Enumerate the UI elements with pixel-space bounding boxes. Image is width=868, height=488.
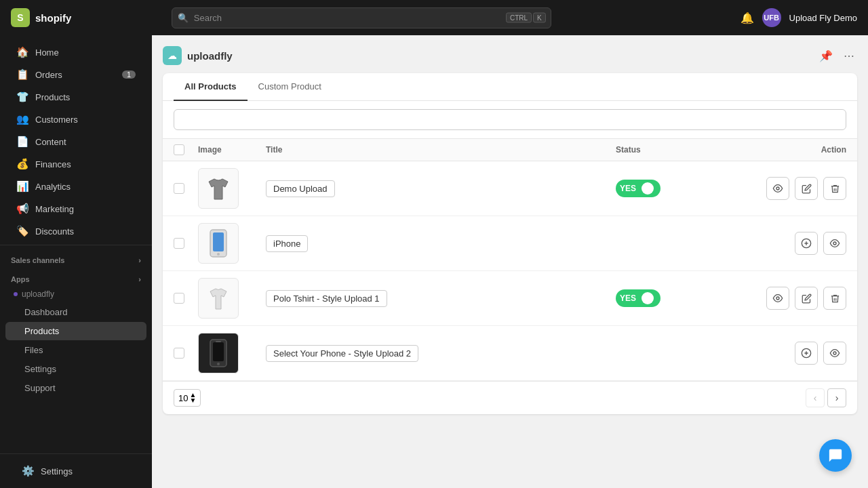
row1-delete-button[interactable]	[823, 177, 846, 200]
shopify-logo-text: shopify	[35, 12, 71, 24]
sidebar-label-discounts: Discounts	[35, 226, 74, 237]
row4-title-cell: Select Your Phone - Style Upload 2	[266, 345, 616, 362]
app-header: ☁ uploadfly 📌 ⋯	[163, 46, 857, 65]
sidebar-item-settings[interactable]: ⚙️ Settings	[11, 460, 141, 482]
table-row: iPhone	[163, 216, 857, 271]
row3-delete-button[interactable]	[823, 287, 846, 310]
row1-toggle-circle	[642, 182, 654, 195]
sidebar-item-home[interactable]: 🏠 Home	[5, 41, 146, 63]
row3-action-btns	[724, 287, 846, 310]
bell-icon[interactable]: 🔔	[741, 12, 754, 24]
svg-point-3	[217, 253, 220, 256]
table-row: Polo Tshirt - Style Upload 1 YES	[163, 271, 857, 326]
row1-checkbox[interactable]	[174, 183, 184, 194]
row2-action-cell	[724, 232, 846, 255]
row3-toggle-circle	[642, 292, 654, 304]
analytics-icon: 📊	[16, 180, 28, 192]
row4-checkbox-cell	[174, 348, 198, 359]
sidebar-item-dashboard[interactable]: Dashboard	[5, 303, 146, 321]
row1-toggle[interactable]: YES	[616, 180, 660, 197]
sidebar-item-customers[interactable]: 👥 Customers	[5, 108, 146, 130]
row1-title-badge: Demo Upload	[266, 180, 335, 197]
svg-point-11	[217, 363, 220, 365]
row3-toggle[interactable]: YES	[616, 289, 660, 307]
apps-section[interactable]: Apps ›	[0, 267, 152, 286]
content-icon: 📄	[16, 136, 28, 148]
per-page-value: 10	[178, 393, 188, 403]
row3-title-cell: Polo Tshirt - Style Upload 1	[266, 290, 616, 307]
col-action-header: Action	[724, 145, 846, 155]
row2-add-button[interactable]	[795, 232, 818, 255]
select-all-checkbox[interactable]	[174, 144, 184, 155]
search-input[interactable]	[172, 7, 551, 28]
sidebar-item-analytics[interactable]: 📊 Analytics	[5, 176, 146, 197]
topbar-right: 🔔 UFB Upload Fly Demo	[741, 8, 857, 27]
sidebar-label-marketing: Marketing	[35, 204, 74, 214]
products-card: All Products Custom Product Image Title …	[163, 73, 857, 414]
next-page-button[interactable]: ›	[827, 388, 846, 407]
row2-view-button[interactable]	[823, 232, 846, 255]
prev-page-button[interactable]: ‹	[806, 388, 825, 407]
row4-view-button[interactable]	[823, 342, 846, 365]
sidebar-item-files[interactable]: Files	[5, 341, 146, 359]
orders-icon: 📋	[16, 68, 28, 81]
row2-checkbox[interactable]	[174, 238, 184, 249]
per-page-select[interactable]: 10 ▲▼	[174, 389, 201, 407]
row1-thumbnail	[198, 168, 239, 209]
k-key: K	[533, 13, 546, 23]
per-page-selector: 10 ▲▼	[174, 389, 201, 407]
pin-button[interactable]: 📌	[816, 47, 835, 65]
more-button[interactable]: ⋯	[841, 47, 857, 65]
sidebar-item-content[interactable]: 📄 Content	[5, 131, 146, 152]
sidebar-item-app-products[interactable]: Products	[5, 322, 146, 340]
sidebar-item-discounts[interactable]: 🏷️ Discounts	[5, 220, 146, 242]
row4-checkbox[interactable]	[174, 348, 184, 359]
svg-point-7	[833, 242, 836, 245]
row4-thumbnail	[198, 333, 239, 373]
row1-toggle-text: YES	[620, 184, 636, 193]
home-icon: 🏠	[16, 46, 28, 58]
tab-custom-product[interactable]: Custom Product	[248, 73, 332, 101]
row1-action-cell	[724, 177, 846, 200]
row3-toggle-text: YES	[620, 293, 636, 303]
sidebar-item-support[interactable]: Support	[5, 379, 146, 397]
row3-view-button[interactable]	[766, 287, 789, 310]
row1-edit-button[interactable]	[795, 177, 818, 200]
col-title-header: Title	[266, 145, 616, 155]
row3-thumbnail	[198, 278, 239, 319]
col-checkbox-header	[174, 144, 198, 155]
sidebar-item-orders[interactable]: 📋 Orders 1	[5, 64, 146, 85]
sidebar-item-marketing[interactable]: 📢 Marketing	[5, 198, 146, 220]
svg-rect-10	[213, 342, 224, 361]
search-row	[163, 101, 857, 139]
orders-badge: 1	[122, 70, 136, 79]
row3-checkbox[interactable]	[174, 293, 184, 304]
row3-status-cell: YES	[616, 289, 724, 307]
product-search-input[interactable]	[174, 109, 846, 130]
app-title: uploadfly	[187, 50, 233, 62]
sales-channels-expand-icon: ›	[138, 256, 141, 264]
tab-all-products[interactable]: All Products	[174, 73, 248, 101]
col-image-header: Image	[198, 145, 266, 155]
sidebar-item-products[interactable]: 👕 Products	[5, 86, 146, 108]
uploadfly-group-label: uploadfly	[22, 289, 54, 299]
row4-add-button[interactable]	[795, 342, 818, 365]
table-row: Select Your Phone - Style Upload 2	[163, 326, 857, 381]
keyboard-shortcut: CTRL K	[506, 13, 546, 23]
row1-view-button[interactable]	[766, 177, 789, 200]
sidebar-item-finances[interactable]: 💰 Finances	[5, 153, 146, 175]
chat-fab-button[interactable]	[819, 439, 852, 472]
app-header-left: ☁ uploadfly	[163, 46, 233, 65]
row2-thumbnail	[198, 223, 239, 264]
svg-point-16	[833, 352, 836, 354]
svg-rect-2	[213, 232, 224, 251]
uploadfly-dot	[14, 292, 18, 296]
sales-channels-section[interactable]: Sales channels ›	[0, 248, 152, 267]
row3-edit-button[interactable]	[795, 287, 818, 310]
customers-icon: 👥	[16, 113, 28, 125]
sidebar-item-settings-app[interactable]: Settings	[5, 360, 146, 378]
store-name: Upload Fly Demo	[789, 13, 857, 23]
sidebar-label-settings: Settings	[41, 466, 73, 476]
row3-action-cell	[724, 287, 846, 310]
uploadfly-group[interactable]: uploadfly	[0, 286, 152, 302]
